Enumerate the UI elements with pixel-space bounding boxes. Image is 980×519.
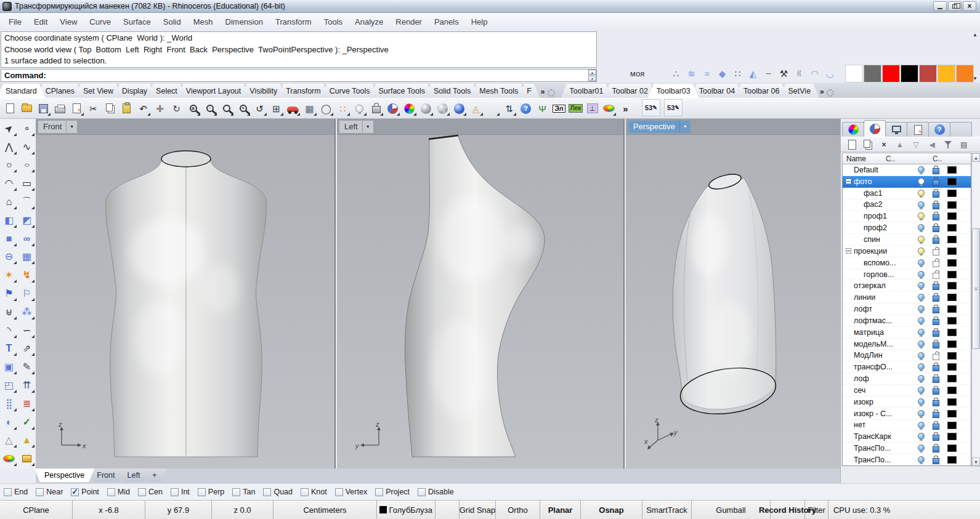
layer-row[interactable]: проф2 bbox=[843, 222, 971, 234]
scrollbar-thumb[interactable]: ≡ bbox=[972, 228, 980, 349]
status-field[interactable]: SmartTrack bbox=[642, 501, 692, 519]
layer-visibility-bulb-icon[interactable] bbox=[918, 224, 925, 232]
menu-item[interactable]: Render bbox=[389, 17, 428, 26]
layer-visibility-bulb-icon[interactable] bbox=[918, 247, 925, 255]
tab-properties-icon[interactable] bbox=[842, 122, 864, 137]
layer-lock-icon[interactable] bbox=[933, 363, 940, 371]
bowl-surface-icon[interactable]: ◡ bbox=[822, 65, 838, 82]
layer-visibility-bulb-icon[interactable] bbox=[918, 259, 925, 267]
revolve-surface-icon[interactable]: ⊖ bbox=[1, 249, 17, 265]
viewport-menu-caret-icon[interactable]: ▼ bbox=[680, 124, 690, 129]
rectangle-icon[interactable]: ▭ bbox=[19, 175, 35, 191]
explode-icon[interactable]: ✶ bbox=[1, 267, 17, 283]
osnap-checkbox[interactable] bbox=[232, 488, 240, 496]
lek-command-icon[interactable]: Лек bbox=[567, 100, 584, 117]
polygon-icon[interactable]: ⌂ bbox=[1, 194, 17, 210]
menu-item[interactable]: Tools bbox=[318, 17, 349, 26]
osnap-checkbox[interactable] bbox=[36, 488, 44, 496]
tab-help-icon[interactable]: ? bbox=[928, 122, 950, 137]
command-spin-down[interactable]: ▼ bbox=[588, 76, 596, 81]
layer-color-swatch[interactable] bbox=[947, 305, 957, 313]
osnap-item[interactable]: Disable bbox=[418, 488, 454, 496]
undo-icon[interactable]: ↶ bbox=[135, 100, 152, 117]
panel-triangle-icon[interactable]: ◭ bbox=[745, 65, 761, 82]
zoom-window-icon[interactable]: ▫ bbox=[201, 100, 218, 117]
layer-visibility-bulb-icon[interactable] bbox=[918, 433, 925, 441]
cplane-grid-icon[interactable]: ▦ bbox=[301, 100, 318, 117]
move-left-icon[interactable]: ◀ bbox=[926, 139, 938, 151]
help-icon[interactable]: ? bbox=[517, 100, 534, 117]
minimize-button[interactable] bbox=[933, 1, 947, 11]
color-swatch[interactable] bbox=[845, 65, 863, 82]
layer-color-swatch[interactable] bbox=[947, 398, 957, 406]
toolbar-tab[interactable]: Transform bbox=[277, 84, 330, 98]
toolbar-tab[interactable]: Viewport Layout bbox=[177, 84, 249, 98]
gold-box-icon[interactable] bbox=[19, 451, 35, 467]
layer-lock-icon[interactable] bbox=[933, 259, 940, 267]
layer-visibility-bulb-icon[interactable] bbox=[918, 352, 925, 360]
layer-color-swatch[interactable] bbox=[947, 317, 957, 324]
status-field[interactable]: ГолубБлуза bbox=[377, 501, 435, 519]
layer-lock-icon[interactable] bbox=[933, 212, 940, 220]
toolbar-tab[interactable]: Mesh Tools bbox=[471, 84, 527, 98]
named-view-icon[interactable]: ◯ bbox=[318, 100, 334, 117]
toolbar-tab[interactable]: Curve Tools bbox=[321, 84, 379, 98]
split-flag-icon[interactable]: ⚐ bbox=[19, 286, 35, 302]
mesh-surface-icon[interactable]: ▦ bbox=[19, 249, 35, 265]
layer-color-swatch[interactable] bbox=[947, 329, 957, 336]
color-swatch[interactable] bbox=[937, 65, 955, 82]
layer-lock-icon[interactable] bbox=[933, 456, 940, 464]
layer-visibility-bulb-icon[interactable] bbox=[918, 387, 925, 395]
osnap-checkbox[interactable] bbox=[301, 488, 309, 496]
close-button[interactable]: × bbox=[963, 1, 976, 11]
tree-structure-icon[interactable]: Ψ bbox=[534, 100, 551, 117]
osnap-item[interactable]: Point bbox=[71, 488, 99, 496]
osnap-item[interactable]: Tan bbox=[232, 488, 255, 496]
column-c2[interactable]: С.. bbox=[933, 155, 942, 163]
layer-visibility-bulb-icon[interactable] bbox=[918, 212, 925, 220]
osnap-checkbox[interactable] bbox=[4, 488, 12, 496]
layer-visibility-bulb-icon[interactable] bbox=[918, 445, 925, 453]
layer-lock-icon[interactable] bbox=[933, 201, 940, 209]
layer-visibility-bulb-icon[interactable] bbox=[918, 410, 925, 418]
layer-row[interactable]: трансфО... bbox=[843, 361, 971, 373]
color-swatch[interactable] bbox=[919, 65, 937, 82]
layer-color-swatch[interactable] bbox=[947, 352, 957, 360]
flash-boolean-icon[interactable]: ↯ bbox=[19, 267, 35, 283]
layer-lock-icon[interactable] bbox=[933, 235, 940, 243]
layer-visibility-bulb-icon[interactable] bbox=[918, 271, 925, 279]
control-point-curve-icon[interactable]: ∿ bbox=[19, 139, 35, 155]
color-swatch[interactable] bbox=[882, 65, 900, 82]
undo-view-icon[interactable]: ↺ bbox=[251, 100, 268, 117]
fan-surface-icon[interactable]: ≋ bbox=[684, 65, 699, 82]
surface-plane-icon[interactable]: ◆ bbox=[715, 65, 730, 82]
layer-lock-icon[interactable] bbox=[933, 421, 940, 429]
macro-53-icon[interactable]: 53✎ bbox=[642, 99, 660, 116]
command-input[interactable]: Command: bbox=[1, 69, 597, 82]
color-swatch[interactable] bbox=[901, 65, 918, 82]
move-points-icon[interactable]: ∷ bbox=[334, 100, 351, 117]
tab-overflow-chevron[interactable]: » bbox=[820, 87, 824, 96]
point-cloud-icon[interactable]: ⁂ bbox=[19, 304, 35, 320]
status-field[interactable]: Filter bbox=[805, 501, 828, 519]
menu-item[interactable]: Surface bbox=[117, 17, 157, 26]
layer-row[interactable]: матрица bbox=[843, 327, 971, 339]
ghosted-view-icon[interactable] bbox=[434, 100, 451, 117]
options-gear-icon[interactable] bbox=[484, 100, 501, 117]
circle-icon[interactable]: ○ bbox=[1, 157, 17, 173]
osnap-item[interactable]: Project bbox=[375, 488, 410, 496]
move-scale-icon[interactable]: ⇗ bbox=[19, 340, 35, 356]
viewport-tab[interactable]: + bbox=[142, 469, 166, 482]
layer-lock-icon[interactable] bbox=[933, 432, 940, 440]
layer-color-swatch[interactable] bbox=[947, 212, 957, 220]
open-file-icon[interactable] bbox=[18, 100, 35, 117]
viewport-layout-icon[interactable]: ⊞ bbox=[268, 100, 285, 117]
zoom-dynamic-icon[interactable]: ± bbox=[185, 100, 201, 117]
osnap-item[interactable]: Perp bbox=[198, 488, 224, 496]
layer-visibility-bulb-icon[interactable] bbox=[918, 422, 925, 430]
osnap-checkbox[interactable] bbox=[138, 488, 146, 496]
cut-icon[interactable]: ✂ bbox=[85, 100, 102, 117]
layer-row[interactable]: фото bbox=[843, 176, 971, 188]
toolbar-tab[interactable]: Toolbar03 bbox=[648, 84, 699, 98]
layer-lock-icon[interactable] bbox=[933, 247, 940, 255]
